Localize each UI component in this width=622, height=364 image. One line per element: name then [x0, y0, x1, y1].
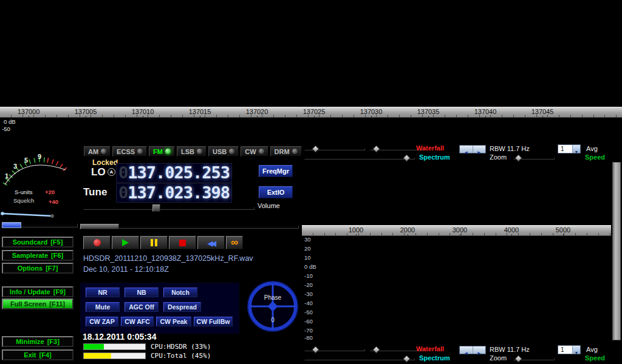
contrast-slider-handle[interactable]: [312, 145, 320, 153]
frequency-ruler-label: 137000: [10, 108, 47, 118]
avg-select[interactable]: 1: [558, 144, 581, 153]
exit-button[interactable]: Exit[F4]: [2, 349, 73, 360]
mode-button-am[interactable]: AM: [84, 146, 111, 157]
af-ruler-label: 3000: [445, 226, 475, 237]
rbw-increase-button[interactable]: [473, 146, 486, 153]
button-hotkey: [F3]: [47, 338, 60, 345]
main-waterfall-display[interactable]: [0, 0, 622, 107]
cw-fullbw-button[interactable]: CW FullBw: [194, 317, 233, 326]
rbw-decrease-button[interactable]: [460, 146, 473, 153]
play-button[interactable]: [112, 236, 139, 249]
button-label: Samplerate: [12, 252, 48, 259]
contrast-slider-handle[interactable]: [312, 346, 320, 354]
mode-led: [101, 149, 106, 154]
volume-slider[interactable]: [83, 207, 255, 210]
play-icon: [122, 239, 129, 246]
squelch-slider-handle[interactable]: [2, 222, 21, 228]
mode-button-fm[interactable]: FM: [149, 146, 175, 157]
phase-label: Phase: [264, 294, 282, 301]
lo-frequency-display[interactable]: 0137.025.253: [116, 163, 232, 183]
mute-button[interactable]: Mute: [86, 302, 120, 312]
display-scrollbar[interactable]: [612, 162, 621, 340]
extio-button[interactable]: ExtIO: [259, 186, 293, 198]
nb-button[interactable]: NB: [125, 288, 159, 297]
avg-select[interactable]: 1: [558, 345, 581, 354]
dsp-panel: NR NB Notch Mute AGC Off Despread CW ZAP…: [80, 283, 239, 334]
db-scale-label: 30: [304, 236, 311, 243]
datetime-display: 18.12.2011 0:05:34: [83, 332, 156, 342]
mode-button-ecss[interactable]: ECSS: [112, 146, 147, 157]
mode-label: AM: [88, 148, 98, 155]
record-button[interactable]: [83, 236, 111, 249]
mode-button-drm[interactable]: DRM: [270, 146, 302, 157]
fullscreen-button[interactable]: Full Screen[F11]: [2, 298, 73, 309]
nr-button[interactable]: NR: [86, 288, 120, 297]
db-scale-label: -50: [304, 309, 313, 315]
zoom-slider-handle[interactable]: [514, 154, 522, 162]
split-slider[interactable]: [304, 157, 415, 160]
s-meter-scale-label: 3: [13, 163, 17, 170]
info-update-button[interactable]: Info / Update[F9]: [2, 286, 73, 297]
db-scale-label: -30: [304, 291, 313, 297]
brightness-slider-handle[interactable]: [372, 346, 380, 354]
mode-button-usb[interactable]: USB: [208, 146, 239, 157]
bandwidth-slider-handle[interactable]: [80, 224, 119, 229]
main-spectrum-display[interactable]: [0, 118, 622, 143]
main-frequency-ruler[interactable]: 137000 137005 137010 137015 137020 13702…: [0, 107, 622, 118]
button-hotkey: [F4]: [39, 351, 52, 359]
split-slider[interactable]: [304, 358, 415, 360]
button-label: Minimize: [16, 338, 44, 345]
split-slider-handle[interactable]: [403, 355, 411, 363]
minimize-button[interactable]: Minimize[F3]: [2, 336, 73, 347]
af-waterfall-display[interactable]: [302, 162, 611, 225]
spectrum-label: Spectrum: [419, 354, 450, 362]
s-units-label: S-units: [15, 189, 33, 195]
cw-zap-button[interactable]: CW ZAP: [86, 317, 118, 326]
stop-icon: [179, 240, 186, 246]
db-scale-label: -80: [304, 334, 313, 341]
db-scale-label: -20: [304, 281, 313, 288]
frequency-ruler-label: 137040: [467, 108, 504, 118]
rbw-increase-button[interactable]: [473, 346, 486, 354]
pause-button[interactable]: [140, 236, 168, 249]
rewind-icon: [208, 237, 214, 248]
speed-label: Speed: [585, 153, 605, 161]
soundcard-button[interactable]: Soundcard[F5]: [2, 237, 73, 248]
phase-scope: Phase 0: [245, 274, 301, 337]
frequency-ruler-label: 137030: [353, 108, 389, 118]
zoom-slider-handle[interactable]: [514, 355, 522, 363]
db-scale-label: 20: [304, 245, 311, 252]
db-scale-label: 0 dB: [304, 263, 316, 270]
mode-label: FM: [153, 148, 163, 155]
cpu-hdsdr-bar-fill: [84, 344, 104, 349]
af-ruler-label: 1000: [341, 226, 371, 237]
options-button[interactable]: Options[F7]: [2, 263, 73, 274]
mode-label: CW: [245, 148, 256, 155]
af-ruler-label: 4000: [496, 226, 527, 237]
dropdown-arrow-icon[interactable]: [572, 145, 580, 153]
brightness-slider-handle[interactable]: [372, 145, 380, 153]
freqmgr-button[interactable]: FreqMgr: [259, 165, 293, 177]
recording-filename: HDSDR_20111210_120938Z_137025kHz_RF.wav: [83, 254, 253, 263]
loop-button[interactable]: [226, 236, 243, 249]
s-meter-pivot: [50, 214, 54, 218]
agc-button[interactable]: AGC Off: [125, 302, 159, 312]
volume-slider-handle[interactable]: [152, 204, 160, 212]
button-hotkey: [F7]: [46, 265, 58, 272]
samplerate-button[interactable]: Samplerate[F6]: [2, 250, 73, 261]
split-slider-handle[interactable]: [403, 154, 411, 162]
rewind-button[interactable]: [197, 236, 225, 249]
af-frequency-ruler[interactable]: 1000 2000 3000 4000 5000: [302, 225, 611, 236]
tune-frequency-display[interactable]: 0137.023.398: [116, 183, 232, 203]
mode-button-cw[interactable]: CW: [241, 146, 268, 157]
notch-button[interactable]: Notch: [163, 288, 197, 297]
rbw-decrease-button[interactable]: [460, 346, 473, 354]
cw-peak-button[interactable]: CW Peak: [156, 317, 191, 326]
frequency-ruler-label: 137045: [524, 108, 561, 118]
stop-button[interactable]: [169, 236, 196, 249]
despread-button[interactable]: Despread: [163, 302, 201, 312]
cw-afc-button[interactable]: CW AFC: [121, 317, 154, 326]
af-spectrum-display[interactable]: [302, 236, 611, 341]
mode-button-lsb[interactable]: LSB: [177, 146, 207, 157]
dropdown-arrow-icon[interactable]: [572, 346, 580, 354]
